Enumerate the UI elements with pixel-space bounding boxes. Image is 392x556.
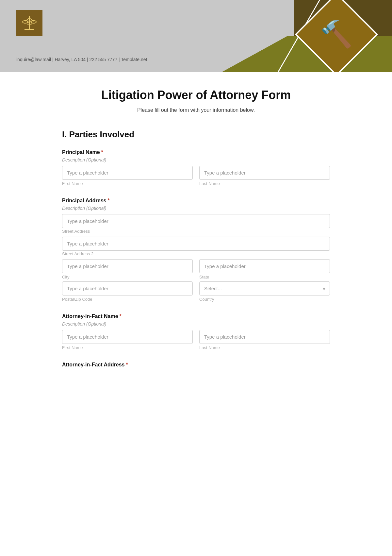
attorney-lastname-input[interactable] — [199, 330, 330, 344]
country-col: Select... United States Canada United Ki… — [199, 281, 330, 302]
gavel-icon: 🔨 — [320, 21, 353, 47]
state-label: State — [199, 275, 330, 279]
principal-firstname-label: First Name — [62, 181, 193, 186]
country-select-wrapper: Select... United States Canada United Ki… — [199, 281, 330, 295]
attorney-firstname-label: First Name — [62, 345, 193, 350]
street2-input[interactable] — [62, 237, 330, 251]
principal-lastname-label: Last Name — [199, 181, 330, 186]
principal-firstname-input[interactable] — [62, 166, 193, 180]
header-decoration: 🔨 — [222, 0, 392, 72]
street2-label: Street Address 2 — [62, 251, 93, 256]
required-star: * — [101, 149, 103, 155]
svg-rect-1 — [24, 29, 34, 30]
contact-info: inquire@law.mail | Harvey, LA 504 | 222 … — [16, 57, 147, 62]
attorney-name-description: Description (Optional) — [62, 321, 330, 327]
section1-title: I. Parties Involved — [62, 129, 330, 140]
principal-address-description: Description (Optional) — [62, 206, 330, 211]
street2-row: Street Address 2 — [62, 237, 330, 257]
form-subtitle: Please fill out the form with your infor… — [62, 107, 330, 113]
principal-lastname-col: Last Name — [199, 166, 330, 186]
logo: ⚖ — [16, 10, 42, 36]
country-select[interactable]: Select... United States Canada United Ki… — [199, 281, 330, 295]
city-col: City — [62, 259, 193, 279]
required-star-3: * — [120, 313, 122, 319]
street1-input[interactable] — [62, 214, 330, 228]
required-star-2: * — [107, 198, 109, 203]
zip-label: Postal/Zip Code — [62, 297, 193, 302]
city-label: City — [62, 275, 193, 279]
attorney-name-group: Attorney-in-Fact Name* Description (Opti… — [62, 313, 330, 350]
principal-name-description: Description (Optional) — [62, 157, 330, 162]
principal-name-row: First Name Last Name — [62, 166, 330, 186]
city-state-row: City State — [62, 259, 330, 279]
principal-address-group: Principal Address* Description (Optional… — [62, 198, 330, 302]
attorney-lastname-label: Last Name — [199, 345, 330, 350]
attorney-lastname-col: Last Name — [199, 330, 330, 350]
svg-text:⚖: ⚖ — [26, 19, 32, 26]
attorney-firstname-col: First Name — [62, 330, 193, 350]
logo-icon: ⚖ — [21, 15, 38, 31]
zip-col: Postal/Zip Code — [62, 281, 193, 302]
city-input[interactable] — [62, 259, 193, 273]
street1-label: Street Address — [62, 229, 90, 234]
principal-name-label: Principal Name* — [62, 149, 330, 155]
attorney-name-row: First Name Last Name — [62, 330, 330, 350]
principal-firstname-col: First Name — [62, 166, 193, 186]
zip-input[interactable] — [62, 281, 193, 295]
principal-name-group: Principal Name* Description (Optional) F… — [62, 149, 330, 186]
state-col: State — [199, 259, 330, 279]
country-label: Country — [199, 297, 330, 302]
form-title: Litigation Power of Attorney Form — [62, 88, 330, 102]
principal-address-label: Principal Address* — [62, 198, 330, 204]
attorney-name-label: Attorney-in-Fact Name* — [62, 313, 330, 319]
required-star-4: * — [126, 362, 128, 367]
attorney-address-group: Attorney-in-Fact Address* — [62, 362, 330, 368]
attorney-firstname-input[interactable] — [62, 330, 193, 344]
attorney-address-label: Attorney-in-Fact Address* — [62, 362, 330, 368]
street1-row: Street Address — [62, 214, 330, 234]
main-content: Litigation Power of Attorney Form Please… — [49, 72, 343, 406]
zip-country-row: Postal/Zip Code Select... United States … — [62, 281, 330, 302]
header: ⚖ inquire@law.mail | Harvey, LA 504 | 22… — [0, 0, 392, 72]
state-input[interactable] — [199, 259, 330, 273]
principal-lastname-input[interactable] — [199, 166, 330, 180]
